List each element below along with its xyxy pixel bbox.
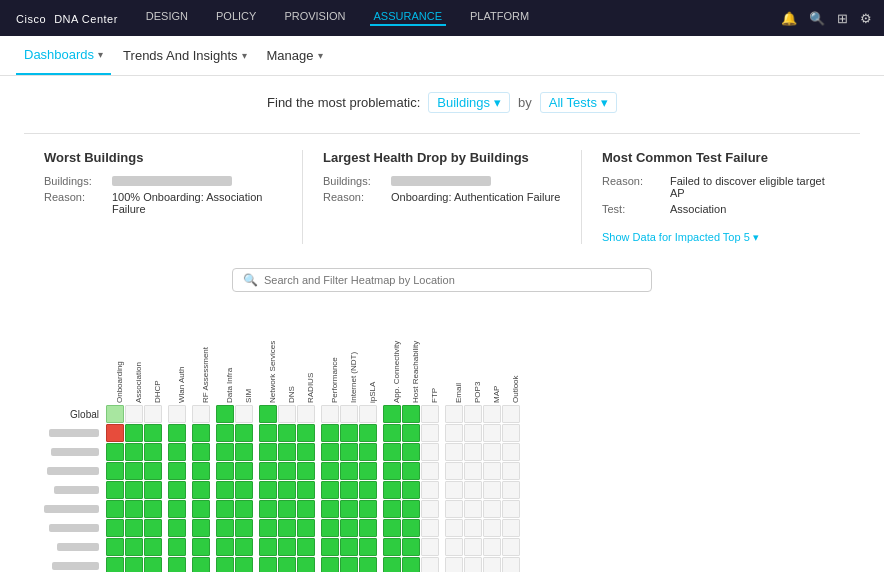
cell-global-app-conn bbox=[383, 405, 401, 423]
search-icon[interactable]: 🔍 bbox=[809, 11, 825, 26]
product-text: DNA Center bbox=[54, 13, 118, 25]
bell-icon[interactable]: 🔔 bbox=[781, 11, 797, 26]
table-row bbox=[40, 481, 860, 499]
cell-global-internet bbox=[340, 405, 358, 423]
cell-global-email bbox=[445, 405, 463, 423]
cell-r1-outlook bbox=[502, 424, 520, 442]
col-header-wlan-auth: Wlan Auth bbox=[172, 313, 190, 403]
sec-nav-dashboards[interactable]: Dashboards ▾ bbox=[16, 36, 111, 75]
worst-reason-label: Reason: bbox=[44, 191, 104, 215]
show-data-link[interactable]: Show Data for Impacted Top 5 ▾ bbox=[602, 231, 759, 244]
search-input[interactable] bbox=[264, 274, 641, 286]
row-label bbox=[40, 443, 105, 461]
find-row: Find the most problematic: Buildings ▾ b… bbox=[24, 92, 860, 113]
all-tests-chevron: ▾ bbox=[601, 95, 608, 110]
dashboards-label: Dashboards bbox=[24, 47, 94, 62]
largest-drop-reason-value: Onboarding: Authentication Failure bbox=[391, 191, 560, 203]
global-label: Global bbox=[40, 409, 105, 420]
cell-global-data-infra bbox=[216, 405, 234, 423]
cell-global-radius bbox=[297, 405, 315, 423]
table-row bbox=[40, 519, 860, 537]
row-label bbox=[40, 538, 105, 556]
cell-r1-dns bbox=[278, 424, 296, 442]
worst-buildings-row: Buildings: bbox=[44, 175, 282, 187]
cell-r1-map bbox=[483, 424, 501, 442]
largest-drop-buildings-row: Buildings: bbox=[323, 175, 561, 187]
col-header-app-conn: App. Connectivity bbox=[387, 313, 405, 403]
nav-right-icons: 🔔 🔍 ⊞ ⚙ bbox=[781, 11, 872, 26]
common-failure-reason-value: Failed to discover eligible target AP bbox=[670, 175, 840, 199]
largest-drop-building-label: Buildings: bbox=[323, 175, 383, 187]
worst-building-value bbox=[112, 176, 232, 186]
heatmap-wrapper: Onboarding Association DHCP Wlan Auth RF… bbox=[40, 308, 860, 572]
nav-platform[interactable]: PLATFORM bbox=[466, 10, 533, 26]
common-failure-card: Most Common Test Failure Reason: Failed … bbox=[582, 150, 860, 244]
largest-drop-reason-label: Reason: bbox=[323, 191, 383, 203]
col-header-performance: Performance bbox=[325, 313, 343, 403]
common-failure-reason-label: Reason: bbox=[602, 175, 662, 199]
buildings-chevron: ▾ bbox=[494, 95, 501, 110]
table-row bbox=[40, 500, 860, 518]
cell-global-dhcp bbox=[144, 405, 162, 423]
cell-r1-rf bbox=[192, 424, 210, 442]
all-tests-dropdown[interactable]: All Tests ▾ bbox=[540, 92, 617, 113]
cell-r1-net bbox=[259, 424, 277, 442]
nav-provision[interactable]: PROVISION bbox=[280, 10, 349, 26]
cell-global-dns bbox=[278, 405, 296, 423]
worst-reason-value: 100% Onboarding: Association Failure bbox=[112, 191, 282, 215]
worst-reason-row: Reason: 100% Onboarding: Association Fai… bbox=[44, 191, 282, 215]
col-header-email: Email bbox=[449, 313, 467, 403]
cell-r1-ftp bbox=[421, 424, 439, 442]
col-header-network-svc: Network Services bbox=[263, 313, 281, 403]
col-header-data-infra: Data Infra bbox=[220, 313, 238, 403]
cell-global-sim bbox=[235, 405, 253, 423]
worst-building-label: Buildings: bbox=[44, 175, 104, 187]
common-failure-test-value: Association bbox=[670, 203, 726, 215]
row-label bbox=[40, 424, 105, 442]
insight-cards: Worst Buildings Buildings: Reason: 100% … bbox=[24, 133, 860, 244]
main-content: Find the most problematic: Buildings ▾ b… bbox=[0, 76, 884, 572]
settings-icon[interactable]: ⚙ bbox=[860, 11, 872, 26]
cell-global-pop3 bbox=[464, 405, 482, 423]
nav-assurance[interactable]: ASSURANCE bbox=[370, 10, 446, 26]
blurred-label bbox=[49, 429, 99, 437]
cell-r1-radius bbox=[297, 424, 315, 442]
cell-global-perf bbox=[321, 405, 339, 423]
col-header-radius: RADIUS bbox=[301, 313, 319, 403]
nav-design[interactable]: DESIGN bbox=[142, 10, 192, 26]
cell-global-onboarding bbox=[106, 405, 124, 423]
cisco-logo: Cisco DNA Center bbox=[12, 11, 118, 26]
grid-icon[interactable]: ⊞ bbox=[837, 11, 848, 26]
trends-label: Trends And Insights bbox=[123, 48, 237, 63]
find-prefix: Find the most problematic: bbox=[267, 95, 420, 110]
cell-r1-onboarding bbox=[106, 424, 124, 442]
search-row: 🔍 bbox=[24, 268, 860, 292]
cell-r1-sim bbox=[235, 424, 253, 442]
sec-nav-trends[interactable]: Trends And Insights ▾ bbox=[115, 36, 254, 75]
top-nav-items: DESIGN POLICY PROVISION ASSURANCE PLATFO… bbox=[142, 10, 533, 26]
cell-r1-dhcp bbox=[144, 424, 162, 442]
cell-r1-app bbox=[383, 424, 401, 442]
buildings-dropdown[interactable]: Buildings ▾ bbox=[428, 92, 510, 113]
cisco-text: Cisco bbox=[16, 13, 46, 25]
cell-global-net-svc bbox=[259, 405, 277, 423]
col-header-map: MAP bbox=[487, 313, 505, 403]
heatmap-grid: Global bbox=[40, 405, 860, 572]
cell-global-host-reach bbox=[402, 405, 420, 423]
table-row bbox=[40, 424, 860, 442]
cell-r1-host bbox=[402, 424, 420, 442]
largest-drop-card: Largest Health Drop by Buildings Buildin… bbox=[303, 150, 582, 244]
by-text: by bbox=[518, 95, 532, 110]
nav-policy[interactable]: POLICY bbox=[212, 10, 260, 26]
row-label bbox=[40, 462, 105, 480]
col-header-dns: DNS bbox=[282, 313, 300, 403]
col-header-ftp: FTP bbox=[425, 313, 443, 403]
global-row: Global bbox=[40, 405, 860, 423]
row-label bbox=[40, 500, 105, 518]
sec-nav-manage[interactable]: Manage ▾ bbox=[259, 36, 331, 75]
cell-global-wlan bbox=[168, 405, 186, 423]
search-box[interactable]: 🔍 bbox=[232, 268, 652, 292]
cell-r1-wlan bbox=[168, 424, 186, 442]
common-failure-test-label: Test: bbox=[602, 203, 662, 215]
col-header-onboarding: Onboarding bbox=[110, 313, 128, 403]
